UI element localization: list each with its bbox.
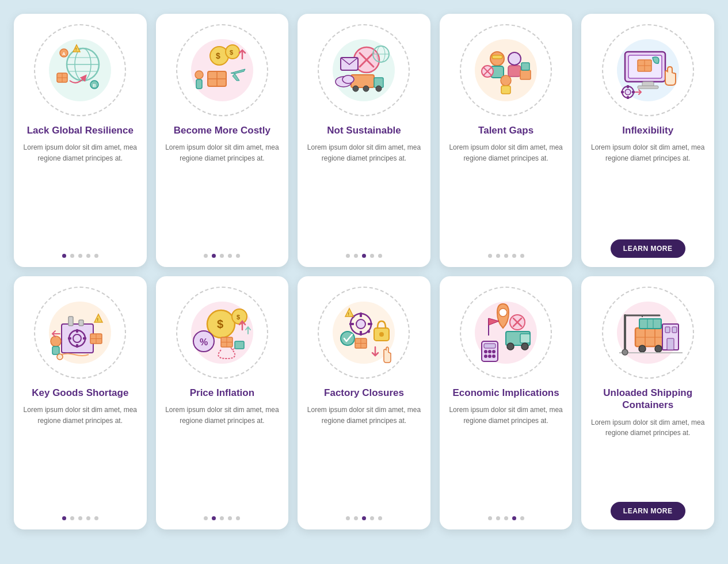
illustration-factory-closures: !: [318, 287, 410, 379]
dot-2: [70, 516, 74, 520]
svg-point-77: [51, 336, 61, 346]
dot-5: [94, 516, 98, 520]
svg-rect-30: [351, 75, 374, 87]
illustration-price-inflation: $ $ %: [176, 287, 268, 379]
illustration-not-sustainable: [318, 24, 410, 116]
svg-rect-146: [665, 327, 670, 333]
svg-point-33: [363, 86, 369, 92]
svg-point-106: [379, 332, 384, 337]
dot-2: [496, 516, 500, 520]
svg-text:B: B: [93, 83, 96, 88]
dot-4: [228, 254, 232, 258]
card-title: Become More Costly: [174, 124, 270, 136]
card-dots: [204, 254, 240, 258]
svg-point-128: [492, 350, 496, 353]
card-grid: A B ! Lack Global Resilience Lorem ipsum…: [14, 14, 714, 529]
svg-rect-101: [349, 323, 354, 325]
card-dots: [488, 516, 524, 520]
svg-point-150: [622, 349, 628, 355]
svg-point-126: [484, 350, 487, 353]
card-body: Lorem ipsum dolor sit dim amet, mea regi…: [590, 417, 705, 494]
card-body: Lorem ipsum dolor sit dim amet, mea regi…: [23, 142, 138, 246]
svg-rect-42: [492, 55, 502, 59]
svg-point-84: [57, 354, 63, 360]
svg-point-72: [73, 334, 81, 342]
svg-text:$: $: [216, 51, 220, 60]
svg-point-130: [488, 355, 491, 358]
svg-point-32: [353, 86, 359, 92]
dot-4: [512, 254, 516, 258]
svg-rect-70: [79, 320, 83, 326]
illustration-key-goods-shortage: !: [34, 287, 126, 379]
dot-2: [354, 254, 358, 258]
svg-text:!: !: [97, 317, 99, 322]
svg-rect-99: [360, 313, 362, 317]
dot-4: [86, 254, 90, 258]
card-body: Lorem ipsum dolor sit dim amet, mea regi…: [590, 142, 705, 231]
svg-point-129: [484, 355, 487, 358]
svg-point-144: [655, 345, 662, 352]
svg-rect-66: [632, 91, 635, 93]
dot-1: [62, 516, 66, 520]
svg-rect-75: [68, 337, 71, 340]
card-title: Key Goods Shortage: [32, 387, 128, 399]
svg-point-109: [341, 331, 355, 345]
svg-rect-95: [235, 341, 244, 349]
card-body: Lorem ipsum dolor sit dim amet, mea regi…: [307, 142, 421, 246]
svg-text:%: %: [200, 337, 208, 347]
svg-rect-76: [83, 337, 86, 340]
card-dots: [204, 516, 240, 520]
dot-1: [346, 516, 350, 520]
svg-rect-48: [520, 70, 531, 79]
card-unloaded-shipping-containers: Unloaded Shipping Containers Lorem ipsum…: [581, 276, 714, 529]
dot-5: [378, 254, 382, 258]
dot-5: [236, 254, 240, 258]
illustration-talent-gaps: [460, 24, 552, 116]
dot-1: [488, 516, 492, 520]
dot-1: [204, 254, 208, 258]
card-body: Lorem ipsum dolor sit dim amet, mea regi…: [307, 405, 421, 508]
dot-2: [212, 254, 216, 258]
illustration-become-more-costly: $ $: [176, 24, 268, 116]
svg-text:$: $: [237, 314, 240, 321]
svg-text:!: !: [75, 47, 77, 51]
svg-rect-74: [76, 344, 78, 348]
svg-point-127: [488, 350, 491, 353]
svg-rect-147: [672, 327, 677, 333]
dot-1: [204, 516, 208, 520]
card-talent-gaps: Talent Gaps Lorem ipsum dolor sit dim am…: [440, 14, 573, 267]
dot-5: [378, 516, 382, 520]
dot-1: [488, 254, 492, 258]
svg-rect-45: [508, 66, 521, 77]
svg-rect-140: [639, 319, 661, 329]
card-not-sustainable: Not Sustainable Lorem ipsum dolor sit di…: [298, 14, 430, 267]
card-dots: [346, 254, 382, 258]
dot-4: [370, 254, 374, 258]
card-body: Lorem ipsum dolor sit dim amet, mea regi…: [23, 405, 138, 508]
card-factory-closures: ! Factory Closures Lorem ipsum dolor sit…: [298, 276, 430, 529]
card-dots: [488, 254, 524, 258]
card-title: Economic Implications: [453, 387, 559, 399]
card-body: Lorem ipsum dolor sit dim amet, mea regi…: [165, 142, 280, 246]
svg-point-46: [501, 75, 511, 86]
dot-3: [220, 516, 224, 520]
dot-2: [212, 516, 216, 520]
dot-1: [62, 254, 66, 258]
svg-point-62: [625, 89, 631, 95]
card-title: Price Inflation: [190, 387, 254, 399]
card-lack-global-resilience: A B ! Lack Global Resilience Lorem ipsum…: [14, 14, 147, 267]
card-price-inflation: $ $ % Price Inflation Lorem i: [156, 276, 289, 529]
card-body: Lorem ipsum dolor sit dim amet, mea regi…: [165, 405, 280, 508]
card-title: Talent Gaps: [478, 124, 533, 136]
card-title: Factory Closures: [324, 387, 404, 399]
dot-3: [78, 516, 82, 520]
svg-rect-69: [68, 317, 73, 326]
card-become-more-costly: $ $ Become More Costly Lorem ipsum dolor…: [156, 14, 289, 267]
learn-more-button-containers[interactable]: LEARN MORE: [611, 502, 685, 520]
svg-point-120: [521, 343, 528, 350]
illustration-inflexibility: [602, 24, 694, 116]
dot-3: [78, 254, 82, 258]
learn-more-button-inflexibility[interactable]: LEARN MORE: [611, 239, 685, 258]
dot-5: [94, 254, 98, 258]
svg-rect-73: [76, 329, 78, 333]
